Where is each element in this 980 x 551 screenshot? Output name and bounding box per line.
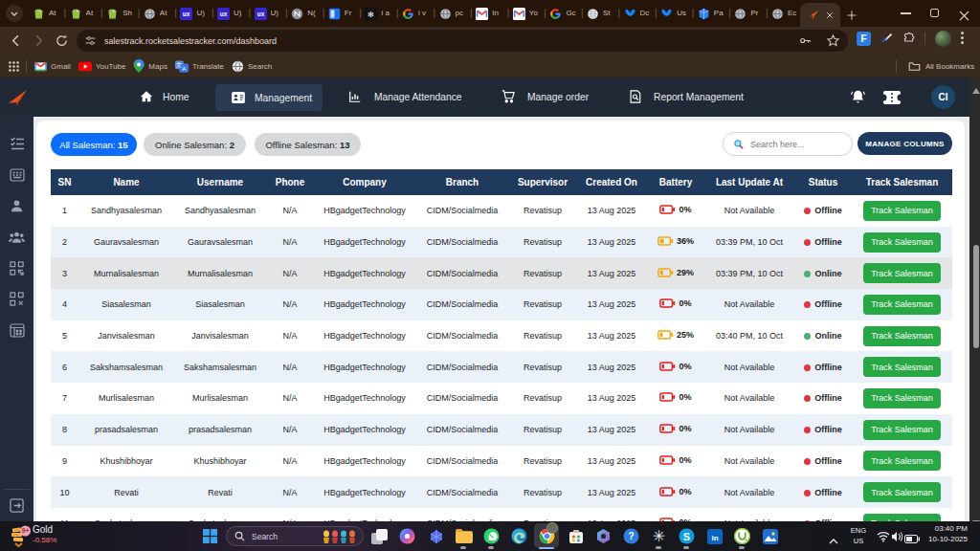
svg-text:in: in [711,533,718,541]
svg-text:ux: ux [220,11,228,17]
svg-text:9+: 9+ [22,527,30,534]
svg-text:ux: ux [256,11,264,17]
svg-text:ux: ux [183,11,190,17]
svg-text:?: ? [628,531,634,541]
svg-text:✻: ✻ [368,11,374,19]
svg-text:S: S [683,531,690,542]
svg-text:✳: ✳ [653,528,665,544]
